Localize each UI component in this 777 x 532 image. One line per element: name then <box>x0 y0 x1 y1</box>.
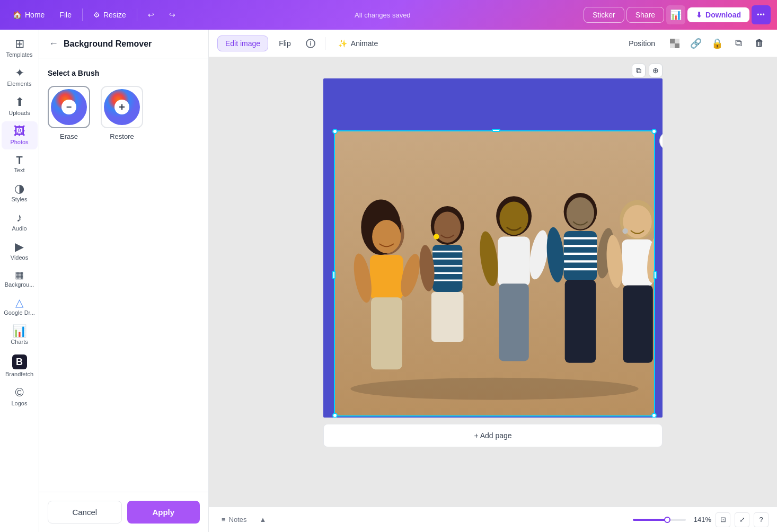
erase-brush-label: Erase <box>60 132 78 140</box>
animate-icon: ✨ <box>338 39 347 48</box>
styles-icon: ◑ <box>14 183 24 194</box>
sidebar-item-audio[interactable]: ♪ Audio <box>2 208 38 236</box>
checkerboard-button[interactable] <box>666 34 684 52</box>
audio-icon: ♪ <box>16 212 22 224</box>
sidebar-item-templates[interactable]: ⊞ Templates <box>2 34 38 62</box>
flip-button[interactable]: Flip <box>271 36 298 51</box>
brush-options: − Erase <box>48 86 200 140</box>
add-page-button[interactable]: + Add page <box>323 424 663 447</box>
zoom-thumb[interactable] <box>664 517 670 523</box>
help-icon: ? <box>759 516 763 524</box>
notes-button[interactable]: ≡ Notes <box>217 513 251 526</box>
help-button[interactable]: ? <box>754 512 769 527</box>
brandfetch-icon: B <box>12 354 27 369</box>
home-icon: 🏠 <box>13 11 22 19</box>
sidebar-item-photos[interactable]: 🖼 Photos <box>2 121 38 149</box>
text-icon: T <box>16 155 22 165</box>
svg-point-32 <box>477 230 501 287</box>
canvas-area: Edit image Flip i ✨ Animate Position <box>209 30 777 532</box>
fit-view-button[interactable]: ⊡ <box>716 512 730 527</box>
zoom-track <box>633 519 667 521</box>
cancel-button[interactable]: Cancel <box>48 501 122 524</box>
download-button[interactable]: ⬇ Download <box>687 7 749 22</box>
nav-separator-2 <box>137 8 137 21</box>
svg-point-19 <box>434 234 439 239</box>
redo-button[interactable]: ↪ <box>163 7 182 22</box>
file-button[interactable]: File <box>53 7 78 22</box>
main-area: ⊞ Templates ✦ Elements ⬆ Uploads 🖼 Photo… <box>0 30 777 532</box>
lock-button[interactable]: 🔒 <box>708 34 726 52</box>
sidebar-item-text[interactable]: T Text <box>2 150 38 178</box>
logos-icon: © <box>15 387 23 398</box>
svg-rect-7 <box>675 43 679 48</box>
brush-section-label: Select a Brush <box>48 69 200 77</box>
background-icon: ▦ <box>15 270 24 280</box>
copy-button[interactable]: ⧉ <box>729 34 747 52</box>
uploads-icon: ⬆ <box>15 96 24 108</box>
sidebar-item-background[interactable]: ▦ Backgrou... <box>2 266 38 292</box>
canvas-viewport[interactable]: ⧉ ⊕ <box>209 57 777 507</box>
share-button[interactable]: Share <box>626 7 664 23</box>
fit-icon: ⊡ <box>720 516 726 524</box>
position-button[interactable]: Position <box>621 36 663 51</box>
canvas[interactable]: ↻ ↻ <box>323 78 663 418</box>
link-button[interactable]: 🔗 <box>687 34 705 52</box>
expand-view-button[interactable]: ⤢ <box>735 512 749 527</box>
apply-button[interactable]: Apply <box>127 501 200 524</box>
sidebar-item-googledrive[interactable]: △ Google Dr... <box>2 293 38 320</box>
show-icon: ▲ <box>260 516 267 524</box>
info-button[interactable]: i <box>302 34 320 52</box>
erase-brush-option[interactable]: − Erase <box>48 86 90 140</box>
panel-body: Select a Brush <box>39 58 208 492</box>
undo-button[interactable]: ↩ <box>142 7 161 22</box>
videos-icon: ▶ <box>15 241 24 253</box>
zoom-slider[interactable] <box>633 519 686 521</box>
svg-rect-26 <box>431 292 464 342</box>
trash-icon: 🗑 <box>755 38 764 49</box>
people-svg <box>334 130 655 416</box>
navbar: 🏠 Home File ⚙ Resize ↩ ↪ All changes sav… <box>0 0 777 30</box>
sidebar-item-styles[interactable]: ◑ Styles <box>2 179 38 207</box>
svg-rect-6 <box>670 39 675 43</box>
sticker-button[interactable]: Sticker <box>584 7 624 23</box>
restore-brush-icon: + <box>103 88 140 126</box>
sidebar-item-charts[interactable]: 📊 Charts <box>2 321 38 349</box>
image-container <box>334 130 655 416</box>
svg-text:+: + <box>119 101 125 113</box>
animate-button[interactable]: ✨ Animate <box>331 36 385 51</box>
home-button[interactable]: 🏠 Home <box>6 7 51 22</box>
erase-brush-circle[interactable]: − <box>48 86 90 128</box>
edit-image-button[interactable]: Edit image <box>217 36 268 51</box>
elements-icon: ✦ <box>15 67 24 79</box>
duplicate-frame-button[interactable]: ⧉ <box>632 64 646 77</box>
show-pages-button[interactable]: ▲ <box>255 513 271 526</box>
bottom-bar: ≡ Notes ▲ 141% ⊡ ⤢ ? <box>209 507 777 532</box>
sidebar-item-brandfetch[interactable]: B Brandfetch <box>2 350 38 382</box>
zoom-slider-wrap <box>633 519 686 521</box>
rotate-outer-button[interactable]: ↻ <box>659 131 663 150</box>
panel-header: ← Background Remover <box>39 30 208 58</box>
sidebar-item-videos[interactable]: ▶ Videos <box>2 237 38 265</box>
expand-icon: ⤢ <box>739 516 745 524</box>
add-frame-button[interactable]: ⊕ <box>649 64 663 77</box>
restore-brush-option[interactable]: + Restore <box>101 86 143 140</box>
background-remover-panel: ← Background Remover Select a Brush <box>39 30 209 532</box>
svg-point-12 <box>372 220 401 253</box>
googledrive-icon: △ <box>15 297 23 308</box>
sidebar-item-logos[interactable]: © Logos <box>2 383 38 411</box>
more-options-button[interactable]: ••• <box>752 5 771 24</box>
restore-brush-circle[interactable]: + <box>101 86 143 128</box>
analytics-button[interactable]: 📊 <box>666 5 685 24</box>
sidebar-item-elements[interactable]: ✦ Elements <box>2 63 38 91</box>
resize-button[interactable]: ⚙ Resize <box>87 7 133 22</box>
panel-back-button[interactable]: ← <box>48 37 59 50</box>
svg-rect-42 <box>565 280 596 363</box>
chart-icon: 📊 <box>670 9 682 21</box>
sidebar-item-uploads[interactable]: ⬆ Uploads <box>2 92 38 120</box>
svg-rect-9 <box>670 43 675 48</box>
delete-button[interactable]: 🗑 <box>750 34 769 52</box>
download-icon: ⬇ <box>696 11 702 19</box>
svg-rect-30 <box>498 236 530 286</box>
toolbar-separator <box>325 37 325 50</box>
nav-separator <box>82 8 83 21</box>
